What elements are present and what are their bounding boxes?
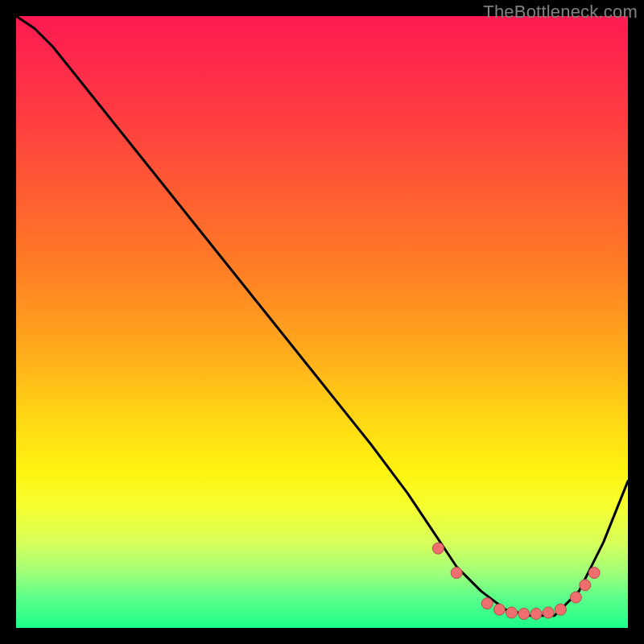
sample-point [580, 580, 591, 591]
sample-point [451, 568, 462, 579]
sample-point [481, 598, 493, 609]
sample-point [570, 592, 581, 603]
sample-point [555, 604, 566, 615]
bottleneck-curve [16, 16, 628, 616]
chart-overlay [16, 16, 628, 628]
chart-frame: TheBottleneck.com [0, 0, 644, 644]
sample-points [432, 543, 600, 619]
sample-point [530, 609, 542, 620]
sample-point [518, 609, 530, 620]
sample-point [506, 607, 518, 618]
sample-point [543, 607, 554, 618]
sample-point [588, 568, 600, 579]
sample-point [432, 543, 444, 554]
sample-point [493, 604, 505, 615]
